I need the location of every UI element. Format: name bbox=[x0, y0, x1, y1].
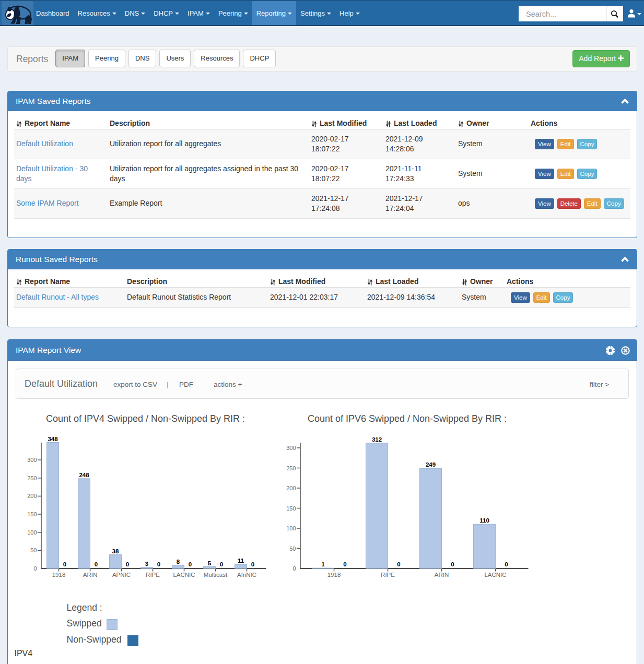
svg-text:0: 0 bbox=[95, 561, 98, 567]
svg-text:Count of IPV6 Swipped / Non-Sw: Count of IPV6 Swipped / Non-Swipped By R… bbox=[308, 413, 507, 423]
svg-text:0: 0 bbox=[397, 561, 400, 567]
svg-text:250: 250 bbox=[27, 475, 37, 481]
svg-text:150: 150 bbox=[27, 511, 37, 517]
svg-text:50: 50 bbox=[30, 547, 37, 553]
svg-text:ARIN: ARIN bbox=[435, 572, 449, 578]
svg-text:5: 5 bbox=[208, 560, 212, 566]
svg-text:1918: 1918 bbox=[327, 572, 341, 578]
svg-text:Swipped: Swipped bbox=[67, 618, 102, 629]
svg-text:11: 11 bbox=[238, 558, 244, 564]
svg-text:348: 348 bbox=[48, 435, 58, 442]
svg-text:0: 0 bbox=[33, 565, 37, 572]
svg-text:0: 0 bbox=[251, 561, 254, 567]
svg-text:3: 3 bbox=[145, 560, 148, 566]
svg-text:LACNIC: LACNIC bbox=[484, 572, 506, 578]
svg-text:RIPE: RIPE bbox=[146, 572, 160, 578]
svg-text:Count of IPV4 Swipped / Non-Sw: Count of IPV4 Swipped / Non-Swipped By R… bbox=[46, 413, 245, 423]
svg-text:APNIC: APNIC bbox=[112, 572, 131, 578]
svg-text:248: 248 bbox=[79, 471, 89, 478]
svg-text:0: 0 bbox=[505, 561, 508, 567]
svg-text:0: 0 bbox=[220, 561, 223, 567]
svg-text:150: 150 bbox=[286, 505, 296, 511]
svg-text:300: 300 bbox=[286, 445, 296, 451]
svg-text:0: 0 bbox=[451, 561, 454, 567]
svg-text:Non-Swipped: Non-Swipped bbox=[67, 634, 122, 644]
svg-text:LACNIC: LACNIC bbox=[173, 572, 195, 578]
svg-text:249: 249 bbox=[426, 461, 436, 468]
svg-text:0: 0 bbox=[292, 565, 296, 572]
svg-text:312: 312 bbox=[372, 436, 382, 442]
svg-text:200: 200 bbox=[286, 485, 296, 491]
svg-text:0: 0 bbox=[343, 561, 346, 567]
svg-text:0: 0 bbox=[63, 561, 66, 567]
svg-text:100: 100 bbox=[27, 529, 37, 535]
svg-text:38: 38 bbox=[112, 548, 119, 554]
svg-text:200: 200 bbox=[27, 493, 37, 499]
svg-text:0: 0 bbox=[157, 561, 160, 567]
svg-text:250: 250 bbox=[286, 465, 296, 471]
svg-text:1918: 1918 bbox=[52, 572, 66, 578]
svg-text:0: 0 bbox=[126, 561, 129, 567]
svg-text:50: 50 bbox=[289, 545, 296, 551]
svg-text:Legend :: Legend : bbox=[67, 602, 102, 612]
svg-text:ARIN: ARIN bbox=[83, 572, 97, 578]
svg-text:RIPE: RIPE bbox=[381, 572, 395, 578]
svg-text:IPV4: IPV4 bbox=[15, 649, 33, 658]
svg-text:110: 110 bbox=[479, 517, 489, 524]
svg-text:300: 300 bbox=[27, 457, 37, 463]
svg-text:1: 1 bbox=[321, 561, 325, 567]
svg-text:0: 0 bbox=[189, 561, 192, 567]
svg-text:8: 8 bbox=[177, 559, 180, 565]
svg-text:Multicast: Multicast bbox=[204, 572, 228, 578]
svg-text:100: 100 bbox=[286, 525, 296, 531]
svg-text:AfriNIC: AfriNIC bbox=[237, 572, 256, 578]
